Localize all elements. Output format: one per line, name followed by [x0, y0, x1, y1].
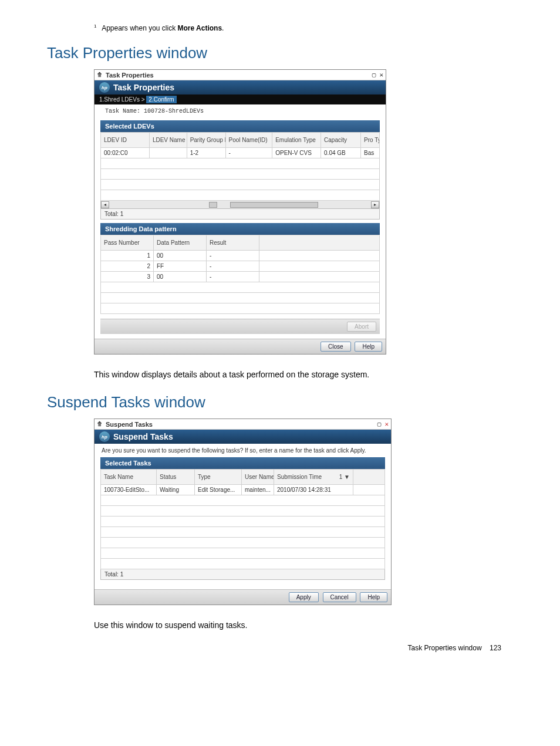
table-row[interactable]: 100730-EditSto... Waiting Edit Storage..… [101, 485, 385, 495]
task-name-line: Task Name: 100728-ShredLDEVs [95, 104, 386, 120]
hp-logo-icon: hp [99, 82, 110, 93]
apply-button[interactable]: Apply [289, 592, 319, 602]
task-name-value: 100728-ShredLDEVs [144, 108, 204, 114]
cell-pat: 00 [154, 251, 207, 261]
cell-ldev-id: 00:02:C0 [101, 148, 150, 158]
col-submit-time-label: Submission Time [277, 474, 322, 480]
scroll-left-icon[interactable]: ◂ [101, 201, 109, 208]
col-cap[interactable]: Capacity [321, 133, 361, 148]
table-row[interactable]: 00:02:C0 1-2 - OPEN-V CVS 0.04 GB Bas [101, 148, 380, 158]
col-ldev-id[interactable]: LDEV ID [101, 133, 150, 148]
cell-pass: 3 [101, 272, 154, 282]
cell-res: - [207, 272, 259, 282]
section1-body: This window displays details about a tas… [94, 370, 513, 379]
section-heading-task-properties: Task Properties window [47, 44, 513, 62]
tasks-total: Total: 1 [100, 569, 385, 580]
shredding-title: Shredding Data pattern [100, 223, 380, 235]
page-footer: Task Properties window 123 [47, 644, 513, 652]
col-ldev-name[interactable]: LDEV Name [149, 133, 187, 148]
ldevs-total: Total: 1 [100, 209, 380, 220]
close-button[interactable]: Close [321, 342, 351, 352]
abort-button[interactable]: Abort [347, 322, 376, 332]
cell-res: - [207, 251, 259, 261]
shredding-table: Pass Number Data Pattern Result 1 00 - 2 [100, 235, 380, 314]
cell-user: mainten... [242, 485, 274, 495]
scroll-thumb[interactable] [230, 202, 318, 208]
selected-tasks-table: Task Name Status Type User Name Submissi… [100, 469, 385, 569]
footnote-sup: 1 [94, 23, 96, 29]
col-pool[interactable]: Pool Name(ID) [225, 133, 272, 148]
cell-cap: 0.04 GB [321, 148, 361, 158]
cell-pat: FF [154, 261, 207, 272]
table-row[interactable]: 1 00 - [101, 251, 380, 261]
window-titlebar: ⤊ Task Properties ▢ ✕ [95, 70, 386, 80]
instruction-text: Are you sure you want to suspend the fol… [95, 444, 391, 457]
banner-title: Suspend Tasks [113, 432, 173, 441]
col-task-name[interactable]: Task Name [101, 470, 157, 485]
cell-pool: - [225, 148, 272, 158]
help-button[interactable]: Help [355, 342, 382, 352]
total-value: 1 [120, 571, 124, 578]
window-titlebar: ⤊ Suspend Tasks ▢ ✕ [95, 419, 391, 430]
abort-row: Abort [100, 319, 380, 334]
col-submit-time[interactable]: Submission Time 1 ▼ [274, 470, 353, 485]
banner: hp Task Properties [95, 80, 386, 94]
footnote-bold: More Actions [178, 24, 222, 32]
cell-pt: Bas [361, 148, 380, 158]
cell-task-name: 100730-EditSto... [101, 485, 157, 495]
total-label: Total: [104, 571, 119, 578]
cancel-button[interactable]: Cancel [323, 592, 356, 602]
footer-label: Task Properties window [408, 644, 482, 652]
window-title: Task Properties [106, 72, 154, 79]
total-label: Total: [104, 211, 119, 217]
cell-pat: 00 [154, 272, 207, 282]
suspend-tasks-screenshot: ⤊ Suspend Tasks ▢ ✕ hp Suspend Tasks Are… [94, 418, 392, 605]
footnote-post: . [222, 24, 224, 32]
maximize-icon[interactable]: ▢ [377, 420, 382, 428]
help-button[interactable]: Help [360, 592, 387, 602]
breadcrumb: 1.Shred LDEVs > 2.Confirm [95, 94, 386, 104]
cell-parity: 1-2 [187, 148, 225, 158]
footnote: 1 Appears when you click More Actions. [94, 23, 513, 32]
task-properties-screenshot: ⤊ Task Properties ▢ ✕ hp Task Properties… [94, 69, 386, 355]
cell-type: Edit Storage... [195, 485, 242, 495]
selected-tasks-title: Selected Tasks [100, 457, 385, 469]
col-result[interactable]: Result [207, 235, 259, 251]
cell-pass: 1 [101, 251, 154, 261]
sort-indicator[interactable]: 1 ▼ [339, 474, 350, 480]
col-pass[interactable]: Pass Number [101, 235, 154, 251]
col-pattern[interactable]: Data Pattern [154, 235, 207, 251]
maximize-icon[interactable]: ▢ [372, 71, 376, 79]
footnote-pre: Appears when you click [102, 24, 177, 32]
collapse-icon[interactable]: ⤊ [97, 71, 102, 79]
col-type[interactable]: Type [195, 470, 242, 485]
hp-logo-icon: hp [99, 431, 110, 442]
selected-ldevs-title: Selected LDEVs [100, 120, 380, 132]
section-heading-suspend-tasks: Suspend Tasks window [47, 393, 513, 411]
scroll-right-icon[interactable]: ▸ [371, 201, 379, 208]
window-title: Suspend Tasks [106, 421, 153, 428]
crumb-1[interactable]: 1.Shred LDEVs [99, 96, 140, 103]
total-value: 1 [120, 211, 124, 217]
scroll-thumb[interactable] [209, 202, 217, 208]
col-status[interactable]: Status [157, 470, 195, 485]
table-row[interactable]: 3 00 - [101, 272, 380, 282]
cell-time: 2010/07/30 14:28:31 [274, 485, 353, 495]
section2-body: Use this window to suspend waiting tasks… [94, 620, 513, 630]
col-emul[interactable]: Emulation Type [272, 133, 321, 148]
col-parity[interactable]: Parity Group ID [187, 133, 225, 148]
close-icon[interactable]: ✕ [384, 420, 389, 428]
col-pro-typ[interactable]: Pro Typ [361, 133, 380, 148]
selected-ldevs-table: LDEV ID LDEV Name Parity Group ID Pool N… [100, 132, 380, 201]
col-user[interactable]: User Name [242, 470, 274, 485]
collapse-icon[interactable]: ⤊ [97, 420, 102, 428]
table-row[interactable]: 2 FF - [101, 261, 380, 272]
crumb-sep: > [141, 96, 145, 103]
horizontal-scrollbar[interactable]: ◂ ▸ [100, 201, 380, 209]
cell-pass: 2 [101, 261, 154, 272]
close-icon[interactable]: ✕ [379, 71, 383, 79]
footer-page: 123 [490, 644, 501, 652]
crumb-2: 2.Confirm [146, 96, 176, 103]
task-name-label: Task Name: [105, 108, 140, 114]
banner: hp Suspend Tasks [95, 430, 391, 444]
